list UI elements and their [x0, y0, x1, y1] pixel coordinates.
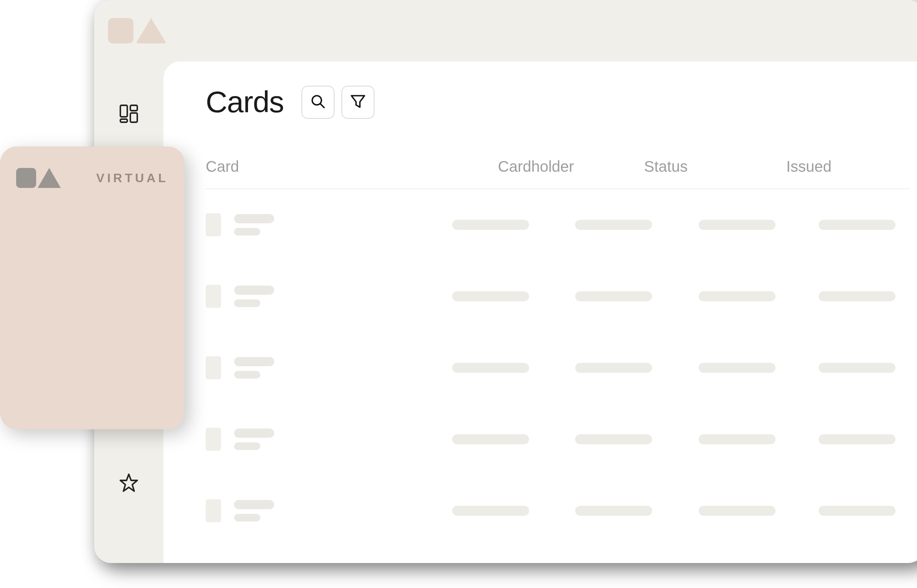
page-title: Cards [206, 85, 284, 120]
column-cardholder: Cardholder [498, 158, 644, 175]
svg-rect-1 [130, 105, 137, 111]
table-row[interactable] [206, 404, 909, 475]
table-row[interactable] [206, 332, 909, 404]
filter-icon [350, 93, 366, 111]
star-icon[interactable] [119, 473, 139, 493]
main-content: Cards [163, 61, 917, 563]
table-row[interactable] [206, 475, 909, 546]
svg-point-8 [312, 96, 321, 105]
column-status: Status [644, 158, 786, 175]
table-row[interactable] [206, 189, 909, 261]
svg-line-9 [320, 104, 325, 108]
search-button[interactable] [301, 86, 335, 119]
card-icon [206, 428, 221, 451]
filter-button[interactable] [341, 86, 374, 119]
card-icon [206, 285, 221, 308]
svg-rect-0 [120, 105, 127, 117]
svg-rect-2 [120, 119, 127, 122]
card-icon [206, 213, 221, 236]
column-card: Card [206, 158, 498, 175]
virtual-card[interactable]: VIRTUAL [0, 146, 185, 429]
virtual-card-logo [16, 168, 61, 188]
app-window: Cards [94, 0, 917, 563]
virtual-card-label: VIRTUAL [96, 171, 168, 185]
column-issued: Issued [786, 158, 894, 175]
top-bar [94, 0, 917, 61]
table-row[interactable] [206, 261, 909, 332]
table-header: Card Cardholder Status Issued [206, 158, 909, 189]
app-logo [108, 18, 166, 43]
svg-rect-3 [130, 113, 137, 122]
cards-table: Card Cardholder Status Issued [206, 158, 917, 546]
search-icon [310, 93, 326, 111]
card-icon [206, 356, 221, 379]
dashboard-icon[interactable] [119, 104, 139, 124]
card-icon [206, 499, 221, 522]
